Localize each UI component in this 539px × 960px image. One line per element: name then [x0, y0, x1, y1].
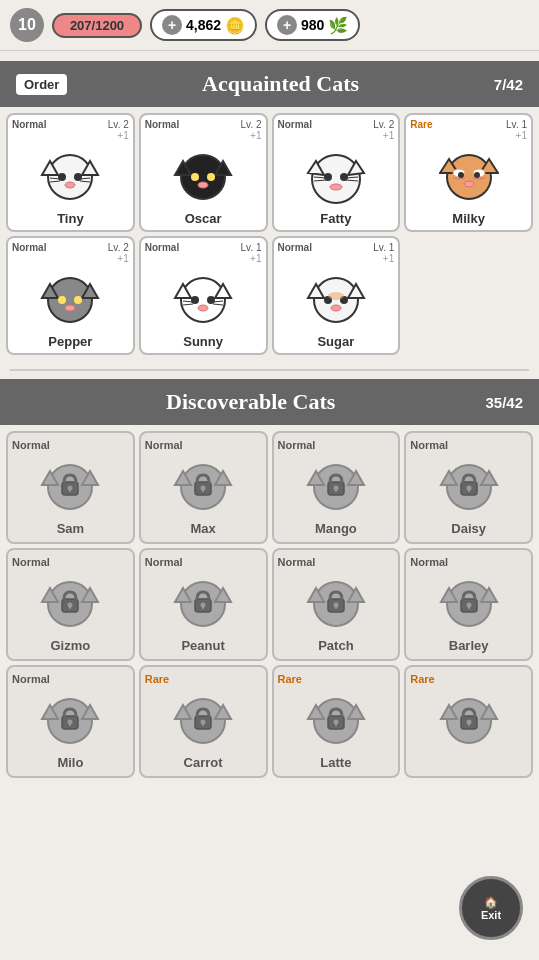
exit-button[interactable]: 🏠 Exit — [459, 876, 523, 940]
svg-rect-86 — [69, 605, 71, 609]
locked-cat-face — [40, 455, 100, 515]
cat-plus: +1 — [250, 130, 261, 141]
cat-rarity: Rare — [145, 673, 169, 685]
cat-rarity-row: Normal Lv. 2 — [145, 119, 262, 130]
order-button[interactable]: Order — [16, 74, 67, 95]
locked-cat-face — [439, 455, 499, 515]
cat-name: Carrot — [184, 755, 223, 770]
acquainted-header: Order Acquainted Cats 7/42 — [0, 61, 539, 107]
discoverable-cat-card: Normal Mango — [272, 431, 401, 544]
acquainted-cat-card[interactable]: Rare Lv. 1 +1 Milky — [404, 113, 533, 232]
discoverable-cat-card: Normal Barley — [404, 548, 533, 661]
svg-point-4 — [74, 173, 82, 181]
cat-rarity-row: Rare Lv. 1 — [410, 119, 527, 130]
cat-face-image — [306, 268, 366, 328]
svg-point-39 — [65, 305, 75, 311]
add-leaves-icon[interactable]: + — [277, 15, 297, 35]
svg-rect-98 — [335, 605, 337, 609]
cat-plus: +1 — [516, 130, 527, 141]
leaves-button[interactable]: + 980 🌿 — [265, 9, 360, 41]
cat-name: Latte — [320, 755, 351, 770]
cat-rarity: Normal — [410, 556, 448, 568]
cat-plus-row: +1 — [145, 130, 262, 141]
discoverable-cat-card: Rare Carrot — [139, 665, 268, 778]
cat-rarity: Normal — [12, 242, 46, 253]
acquainted-cat-card[interactable]: Normal Lv. 1 +1 Sugar — [272, 236, 401, 355]
cat-rarity: Normal — [145, 439, 183, 451]
svg-rect-62 — [69, 488, 71, 492]
locked-cat-face — [40, 572, 100, 632]
acquainted-cat-card[interactable]: Normal Lv. 2 +1 Pepper — [6, 236, 135, 355]
cat-plus-row: +1 — [278, 130, 395, 141]
cat-level: Lv. 1 — [373, 242, 394, 253]
locked-cat-face — [306, 689, 366, 749]
svg-rect-80 — [468, 488, 470, 492]
svg-point-43 — [191, 296, 199, 304]
cat-level: Lv. 1 — [506, 119, 527, 130]
cat-rarity: Normal — [145, 556, 183, 568]
svg-point-45 — [198, 305, 208, 311]
cat-plus-row: +1 — [278, 253, 395, 264]
cat-rarity: Normal — [278, 556, 316, 568]
svg-point-56 — [328, 292, 344, 300]
svg-point-37 — [58, 296, 66, 304]
coins-button[interactable]: + 4,862 🪙 — [150, 9, 257, 41]
add-coins-icon[interactable]: + — [162, 15, 182, 35]
locked-cat-face — [173, 572, 233, 632]
coins-value: 4,862 — [186, 17, 221, 33]
cat-face-image — [40, 268, 100, 328]
discoverable-header: Discoverable Cats 35/42 — [0, 379, 539, 425]
locked-cat-face — [173, 455, 233, 515]
cat-face-image — [40, 145, 100, 205]
svg-point-38 — [74, 296, 82, 304]
cat-rarity: Normal — [145, 242, 179, 253]
cat-name: Gizmo — [51, 638, 91, 653]
acquainted-cat-card[interactable]: Normal Lv. 2 +1 Fatty — [272, 113, 401, 232]
svg-point-31 — [458, 172, 464, 178]
cat-rarity: Rare — [410, 119, 432, 130]
cat-rarity: Normal — [12, 119, 46, 130]
discoverable-title: Discoverable Cats — [16, 389, 485, 415]
cat-name: Milo — [57, 755, 83, 770]
cat-rarity: Normal — [278, 119, 312, 130]
locked-cat-face — [173, 689, 233, 749]
top-bar: 10 207/1200 + 4,862 🪙 + 980 🌿 — [0, 0, 539, 51]
svg-point-32 — [474, 172, 480, 178]
svg-point-15 — [198, 182, 208, 188]
svg-rect-74 — [335, 488, 337, 492]
cat-plus: +1 — [383, 253, 394, 264]
discoverable-cat-card: Rare — [404, 665, 533, 778]
cat-rarity: Rare — [278, 673, 302, 685]
svg-point-10 — [181, 155, 225, 199]
cat-face-image — [173, 145, 233, 205]
cat-plus: +1 — [383, 130, 394, 141]
cat-plus-row: +1 — [12, 253, 129, 264]
cat-level: Lv. 2 — [108, 119, 129, 130]
svg-point-40 — [181, 278, 225, 322]
svg-point-14 — [207, 173, 215, 181]
cat-plus-row: +1 — [145, 253, 262, 264]
cat-rarity-row: Normal Lv. 1 — [278, 242, 395, 253]
locked-cat-face — [306, 572, 366, 632]
acquainted-cat-card[interactable]: Normal Lv. 2 +1 Tiny — [6, 113, 135, 232]
cat-name: Sam — [57, 521, 84, 536]
cat-name: Patch — [318, 638, 353, 653]
exit-label: Exit — [481, 909, 501, 921]
coin-icon: 🪙 — [225, 16, 245, 35]
svg-point-3 — [58, 173, 66, 181]
cat-name: Sunny — [183, 334, 223, 349]
locked-cat-face — [439, 572, 499, 632]
svg-point-33 — [464, 181, 474, 187]
cat-rarity: Normal — [278, 439, 316, 451]
cat-plus: +1 — [117, 253, 128, 264]
acquainted-cat-card[interactable]: Normal Lv. 2 +1 Oscar — [139, 113, 268, 232]
cat-level: Lv. 2 — [241, 119, 262, 130]
cat-rarity-row: Normal Lv. 2 — [12, 119, 129, 130]
cat-name: Oscar — [185, 211, 222, 226]
cat-level: Lv. 2 — [108, 242, 129, 253]
acquainted-title: Acquainted Cats — [77, 71, 483, 97]
svg-point-26 — [447, 155, 491, 199]
acquainted-cat-card[interactable]: Normal Lv. 1 +1 Sunny — [139, 236, 268, 355]
svg-rect-92 — [202, 605, 204, 609]
cat-name: Max — [190, 521, 215, 536]
